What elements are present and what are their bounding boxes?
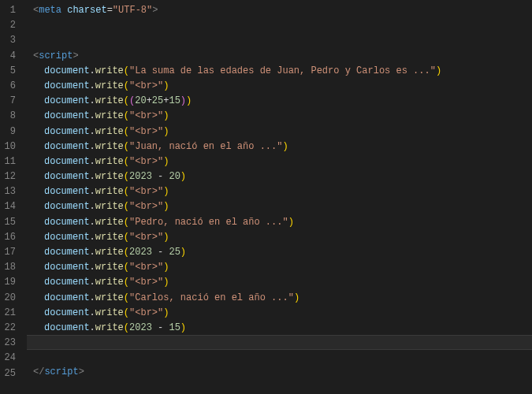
code-line[interactable] — [27, 349, 532, 364]
token-obj: document — [44, 201, 90, 212]
code-line[interactable]: document.write("La suma de las edades de… — [27, 64, 532, 79]
line-number: 17 — [0, 245, 16, 260]
token-paren: ) — [288, 217, 294, 228]
code-line[interactable]: document.write(2023 - 20) — [27, 169, 532, 184]
token-punc: . — [90, 232, 95, 243]
token-func: write — [95, 80, 124, 91]
token-func: write — [95, 141, 124, 152]
line-number: 8 — [0, 109, 16, 124]
token-tag: </ — [33, 366, 44, 377]
line-number: 7 — [0, 94, 16, 109]
line-number: 1 — [0, 3, 16, 18]
token-str: "<br>" — [129, 110, 163, 121]
token-tag: > — [79, 366, 84, 377]
token-paren: ) — [163, 186, 169, 197]
token-punc: = — [107, 5, 113, 16]
token-paren2: ) — [180, 95, 186, 106]
token-func: write — [95, 156, 124, 167]
token-paren: ) — [163, 277, 169, 288]
token-paren: ) — [163, 232, 169, 243]
token-punc: . — [90, 322, 95, 333]
code-editor[interactable]: 1234567891011121314151617181920212223242… — [0, 0, 532, 394]
code-line[interactable]: </script> — [27, 365, 532, 380]
token-punc: . — [90, 80, 95, 91]
token-func: write — [95, 95, 124, 106]
token-func: write — [95, 217, 124, 228]
token-elem: meta — [39, 5, 61, 16]
token-op: - — [152, 171, 169, 182]
token-paren: ) — [163, 262, 169, 273]
code-line[interactable]: document.write("<br>") — [27, 260, 532, 275]
code-line[interactable]: document.write("<br>") — [27, 125, 532, 139]
line-number: 14 — [0, 199, 16, 214]
line-number: 15 — [0, 215, 16, 230]
token-str: "Carlos, nació en el año ..." — [129, 292, 294, 303]
token-paren: ( — [124, 262, 129, 273]
token-op: + — [147, 95, 152, 106]
code-line[interactable]: document.write("<br>") — [27, 154, 532, 169]
token-str: "<br>" — [129, 126, 163, 137]
code-line[interactable]: document.write("<br>") — [27, 275, 532, 290]
token-func: write — [95, 322, 124, 333]
token-obj: document — [44, 277, 90, 288]
token-punc: . — [90, 171, 95, 182]
token-obj: document — [44, 186, 90, 197]
token-paren: ) — [436, 65, 441, 76]
token-paren: ( — [124, 307, 129, 318]
token-paren: ) — [186, 95, 192, 106]
token-str: "Pedro, nació en el año ..." — [129, 217, 288, 228]
code-line[interactable]: document.write("<br>") — [27, 230, 532, 245]
line-number: 12 — [0, 169, 16, 184]
token-num: 20 — [135, 95, 146, 106]
token-paren: ) — [163, 201, 169, 212]
token-elem: script — [39, 50, 73, 61]
code-line[interactable] — [27, 18, 532, 33]
token-num: 2023 — [129, 171, 152, 182]
code-line[interactable]: document.write("<br>") — [27, 79, 532, 94]
token-obj: document — [44, 156, 90, 167]
token-func: write — [95, 186, 124, 197]
token-str: "La suma de las edades de Juan, Pedro y … — [129, 65, 436, 76]
code-line[interactable]: document.write(2023 - 25) — [27, 245, 532, 260]
code-line[interactable] — [27, 33, 532, 48]
line-number: 6 — [0, 79, 16, 94]
code-line[interactable]: document.write("<br>") — [27, 109, 532, 124]
token-str: "<br>" — [129, 307, 163, 318]
line-number: 2 — [0, 18, 16, 33]
token-obj: document — [44, 247, 90, 258]
token-str: "UTF-8" — [113, 5, 152, 16]
token-op: - — [152, 322, 169, 333]
code-line[interactable]: document.write("<br>") — [27, 306, 532, 321]
code-line[interactable]: <meta charset="UTF-8"> — [27, 3, 532, 18]
line-number: 21 — [0, 306, 16, 321]
code-line[interactable]: document.write("<br>") — [27, 184, 532, 199]
code-line[interactable]: <script> — [27, 49, 532, 64]
code-line[interactable]: document.write("Carlos, nació en el año … — [27, 291, 532, 306]
token-paren: ( — [124, 322, 129, 333]
token-func: write — [95, 110, 124, 121]
token-paren: ) — [163, 307, 169, 318]
token-punc: . — [90, 141, 95, 152]
code-line[interactable]: document.write((20+25+15)) — [27, 94, 532, 109]
code-line[interactable]: document.write(2023 - 15) — [27, 321, 532, 336]
code-line[interactable]: document.write("Juan, nació en el año ..… — [27, 139, 532, 154]
line-number: 19 — [0, 275, 16, 290]
token-obj: document — [44, 292, 90, 303]
token-paren: ( — [124, 156, 129, 167]
code-line[interactable]: document.write("Pedro, nació en el año .… — [27, 215, 532, 230]
token-paren: ( — [124, 292, 129, 303]
code-line[interactable]: document.write("<br>") — [27, 199, 532, 214]
token-punc: . — [90, 247, 95, 258]
token-num: 20 — [169, 171, 180, 182]
token-paren: ( — [124, 126, 129, 137]
token-paren: ) — [163, 80, 169, 91]
code-line[interactable] — [27, 335, 532, 350]
token-obj: document — [44, 217, 90, 228]
line-number: 23 — [0, 336, 16, 351]
token-func: write — [95, 126, 124, 137]
token-paren: ( — [124, 217, 129, 228]
line-number: 22 — [0, 321, 16, 336]
code-area[interactable]: <meta charset="UTF-8"><script>document.w… — [27, 0, 532, 394]
token-paren: ( — [124, 95, 129, 106]
token-paren: ) — [294, 292, 299, 303]
